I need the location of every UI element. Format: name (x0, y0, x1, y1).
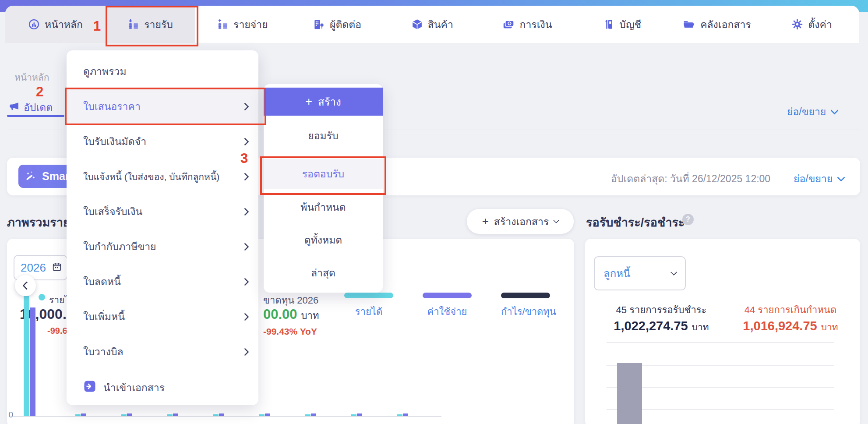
plus-icon: + (305, 95, 312, 109)
tab-update-label: อัปเดต (24, 99, 53, 115)
submenu-item-accepted[interactable]: ยอมรับ (264, 120, 383, 152)
menu-item-import-documents[interactable]: นำเข้าเอกสาร (67, 370, 258, 405)
menu-item-overview[interactable]: ดูภาพรวม (67, 54, 258, 89)
aging-bar (617, 363, 642, 424)
chevron-right-icon (241, 208, 249, 216)
nav-item-documents[interactable]: คลังเอกสาร (670, 6, 765, 43)
mini-bar (305, 414, 311, 416)
menu-item-label: ใบวางบิล (83, 344, 123, 360)
mini-bar (121, 414, 127, 416)
chevron-right-icon (241, 173, 249, 180)
gridline (607, 342, 834, 343)
chevron-right-icon (241, 313, 249, 321)
mini-bar (357, 413, 362, 416)
help-icon[interactable]: ? (682, 214, 694, 225)
menu-item-debit-note[interactable]: ใบเพิ่มหนี้ (67, 299, 258, 334)
overdue-value: 1,016,924.75 (743, 319, 817, 333)
page-collapse-expand[interactable]: ย่อ/ขยาย (787, 104, 837, 120)
submenu-item-label: รอตอบรับ (302, 166, 344, 182)
mini-bar (259, 414, 265, 416)
revenue-delta: -99.6 (47, 326, 67, 336)
submenu-item-latest[interactable]: ล่าสุด (264, 257, 383, 289)
loss-title: ขาดทุน 2026 (263, 293, 318, 308)
legend-pill-profit (501, 293, 550, 298)
submenu-item-awaiting-response[interactable]: รอตอบรับ (264, 159, 383, 189)
menu-item-receipt[interactable]: ใบเสร็จรับเงิน (67, 194, 258, 229)
menu-item-label: ใบเสนอราคา (83, 99, 141, 114)
nav-item-accounting[interactable]: บัญชี (575, 6, 670, 43)
mini-bar (213, 414, 219, 416)
nav-item-contacts[interactable]: ผู้ติดต่อ (290, 6, 385, 43)
loss-unit: บาท (301, 308, 319, 323)
year-value: 2026 (21, 261, 46, 275)
nav-label: บัญชี (619, 17, 641, 32)
smart-button-label: Smar (42, 170, 70, 183)
legend-label-expense[interactable]: ค่าใช้จ่าย (423, 304, 472, 319)
chart-baseline (13, 416, 441, 417)
mini-bar (311, 413, 316, 416)
menu-item-label: ใบเสร็จรับเงิน (83, 204, 142, 219)
legend-label-revenue[interactable]: รายได้ (344, 304, 393, 319)
overdue-count-label: 44 รายการเกินกำหนด (727, 302, 854, 318)
menu-item-deposit-receipt[interactable]: ใบรับเงินมัดจำ (67, 124, 258, 159)
mini-bar (127, 413, 132, 416)
menu-item-credit-note[interactable]: ใบลดหนี้ (67, 264, 258, 299)
chevron-down-icon (553, 217, 559, 223)
submenu-create-button[interactable]: + สร้าง (264, 88, 383, 116)
debtor-filter-value: ลูกหนี้ (603, 265, 630, 282)
submenu-item-label: ยอมรับ (308, 128, 338, 144)
overdue-value-row: 1,016,924.75 บาท (727, 319, 854, 334)
pending-value: 1,022,274.75 (614, 319, 688, 333)
nav-item-finance[interactable]: การเงิน (480, 6, 575, 43)
chevron-down-icon (670, 269, 677, 276)
income-dropdown-menu: ดูภาพรวม ใบเสนอราคา ใบรับเงินมัดจำ ใบแจ้… (67, 50, 258, 405)
create-document-label: สร้างเอกสาร (494, 214, 549, 230)
debtor-filter-select[interactable]: ลูกหนี้ (594, 256, 686, 290)
menu-item-tax-invoice[interactable]: ใบกำกับภาษีขาย (67, 229, 258, 264)
collapse-expand-label: ย่อ/ขยาย (787, 104, 826, 120)
nav-label: รายจ่าย (233, 17, 268, 32)
nav-label: สินค้า (428, 17, 453, 32)
expense-icon (217, 18, 229, 30)
carousel-prev-button[interactable] (15, 275, 36, 296)
nav-item-expense[interactable]: รายจ่าย (195, 6, 290, 43)
mini-bar (265, 413, 270, 416)
legend-pill-revenue (344, 293, 393, 298)
chevron-down-icon (837, 173, 845, 181)
banner-collapse-expand[interactable]: ย่อ/ขยาย (794, 171, 844, 187)
legend-label-profit[interactable]: กำไร/ขาดทุน (501, 304, 550, 319)
breadcrumb[interactable]: หน้าหลัก (14, 70, 49, 85)
contacts-icon (313, 18, 325, 30)
pending-unit: บาท (692, 320, 709, 334)
nav-item-products[interactable]: สินค้า (385, 6, 480, 43)
import-icon (83, 380, 96, 396)
mini-bar (173, 413, 178, 416)
axis-zero-label: 0 (5, 410, 13, 420)
products-icon (411, 18, 423, 30)
loss-value: 00.00 (263, 307, 297, 322)
nav-item-settings[interactable]: ตั้งค่า (764, 6, 859, 43)
magic-wand-icon (25, 170, 37, 183)
menu-item-billing-note[interactable]: ใบวางบิล (67, 334, 258, 369)
step-1-number: 1 (93, 18, 101, 34)
mini-bar (403, 413, 408, 416)
tab-update[interactable]: อัปเดต (9, 99, 53, 115)
chevron-right-icon (241, 243, 249, 251)
mini-bar (219, 413, 224, 416)
submenu-create-label: สร้าง (318, 93, 341, 110)
nav-item-income[interactable]: รายรับ (106, 6, 195, 43)
collapse-expand-label: ย่อ/ขยาย (794, 171, 833, 187)
menu-item-label: ใบลดหนี้ (83, 274, 121, 290)
menu-item-invoice[interactable]: ใบแจ้งหนี้ (ใบส่งของ, บันทึกลูกหนี้) (67, 159, 258, 194)
submenu-item-view-all[interactable]: ดูทั้งหมด (264, 224, 383, 256)
menu-item-quotation[interactable]: ใบเสนอราคา (67, 89, 258, 124)
quotation-submenu: + สร้าง ยอมรับ รอตอบรับ พ้นกำหนด ดูทั้งห… (264, 84, 383, 293)
pending-value-row: 1,022,274.75 บาท (600, 319, 723, 334)
nav-item-home[interactable]: หน้าหลัก (5, 6, 106, 43)
create-document-button[interactable]: + สร้างเอกสาร (467, 209, 574, 234)
submenu-item-overdue[interactable]: พ้นกำหนด (264, 191, 383, 223)
submenu-item-label: ล่าสุด (311, 265, 335, 281)
accounting-icon (603, 18, 614, 30)
revenue-dot-icon (39, 294, 45, 300)
expense-bar-month1 (30, 307, 35, 417)
